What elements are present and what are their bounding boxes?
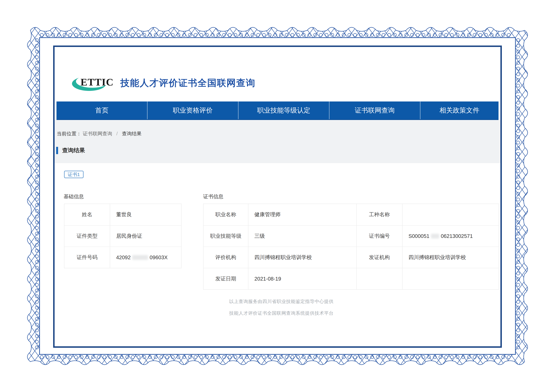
cert-number-suffix: 06213002571 — [441, 233, 473, 239]
cert-row1-occupation-value: 健康管理师 — [248, 204, 356, 225]
ettic-logo: ETTIC — [72, 76, 121, 93]
nav-item-skill-level-certification[interactable]: 职业技能等级认定 — [238, 101, 329, 119]
results-panel: 证书1 基础信息 证书信息 姓名 董世良 证件类型 居民身份证 证件号码 420… — [55, 163, 500, 346]
cert-info-table: 职业名称 健康管理师 工种名称 职业技能等级 三级 证书编号 S000051 0… — [203, 204, 499, 290]
section-header: 查询结果 — [56, 147, 85, 154]
basic-row-name-value: 董世良 — [110, 204, 181, 225]
content-area: ETTIC 技能人才评价证书全国联网查询 首页 职业资格评价 职业技能等级认定 … — [55, 47, 500, 346]
cert-row1-worktype-value — [402, 204, 499, 225]
basic-row-idnumber-label: 证件号码 — [64, 247, 110, 268]
cert-row4-issue-date-value: 2021-08-19 — [248, 268, 356, 289]
nav-item-certificate-query[interactable]: 证书联网查询 — [329, 101, 420, 119]
id-number-prefix: 42092 — [116, 255, 131, 261]
cert-row3-issuing-org-label: 发证机构 — [356, 247, 402, 268]
cert-row3-evaluating-org-label: 评价机构 — [204, 247, 248, 268]
cert-row1-occupation-label: 职业名称 — [204, 204, 248, 225]
id-number-masked-area — [132, 255, 148, 260]
site-header: ETTIC 技能人才评价证书全国联网查询 — [55, 47, 500, 101]
id-number-suffix: 09603X — [150, 255, 168, 261]
cert-row3-evaluating-org-value: 四川搏锦程职业培训学校 — [248, 247, 356, 268]
cert-row2-skill-level-value: 三级 — [248, 225, 356, 247]
basic-info-heading: 基础信息 — [64, 193, 84, 200]
cert-row2-cert-number-value: S000051 06213002571 — [402, 225, 499, 247]
section-title: 查询结果 — [62, 147, 85, 154]
nav-item-policy-documents[interactable]: 相关政策文件 — [420, 101, 498, 119]
section-accent-bar — [56, 147, 58, 154]
logo-text: ETTIC — [80, 77, 114, 88]
certificate-query-page: { "brand": { "logo_text": "ETTIC", "titl… — [0, 0, 555, 392]
certificate-tab-1[interactable]: 证书1 — [64, 171, 84, 178]
breadcrumb-current: 查询结果 — [122, 131, 142, 136]
basic-info-table: 姓名 董世良 证件类型 居民身份证 证件号码 42092 09603X — [64, 204, 182, 268]
cert-row4-empty-value — [402, 268, 499, 289]
cert-row2-cert-number-label: 证书编号 — [356, 225, 402, 247]
breadcrumb-link-certificate-query[interactable]: 证书联网查询 — [83, 131, 112, 136]
main-nav: 首页 职业资格评价 职业技能等级认定 证书联网查询 相关政策文件 — [57, 101, 498, 120]
nav-item-vocational-qualification[interactable]: 职业资格评价 — [147, 101, 238, 119]
sub-header-band: 当前位置： 证书联网查询 / 查询结果 查询结果 — [55, 120, 500, 163]
basic-row-idtype-value: 居民身份证 — [110, 225, 181, 247]
service-provider-footer: 以上查询服务由四川省职业技能鉴定指导中心提供 技能人才评价证书全国联网查询系统提… — [64, 299, 499, 322]
breadcrumb-prefix: 当前位置： — [57, 131, 81, 136]
basic-row-idnumber-value: 42092 09603X — [110, 247, 181, 268]
cert-info-heading: 证书信息 — [203, 193, 223, 200]
cert-row1-worktype-label: 工种名称 — [356, 204, 402, 225]
footer-line-2: 技能人才评价证书全国联网查询系统提供技术平台 — [64, 310, 499, 316]
breadcrumb-separator: / — [116, 131, 118, 136]
footer-line-1: 以上查询服务由四川省职业技能鉴定指导中心提供 — [64, 299, 499, 305]
nav-item-home[interactable]: 首页 — [57, 101, 147, 119]
basic-row-idtype-label: 证件类型 — [64, 225, 110, 247]
ettic-crescent-icon: ETTIC — [72, 76, 121, 93]
cert-number-prefix: S000051 — [409, 233, 429, 239]
cert-row4-empty-label — [356, 268, 402, 289]
cert-number-masked-area — [431, 234, 439, 239]
basic-row-name-label: 姓名 — [64, 204, 110, 225]
page-title: 技能人才评价证书全国联网查询 — [120, 74, 256, 92]
cert-row2-skill-level-label: 职业技能等级 — [204, 225, 248, 247]
breadcrumb: 当前位置： 证书联网查询 / 查询结果 — [57, 130, 142, 137]
cert-row4-issue-date-label: 发证日期 — [204, 268, 248, 289]
cert-row3-issuing-org-value: 四川搏锦程职业培训学校 — [402, 247, 499, 268]
